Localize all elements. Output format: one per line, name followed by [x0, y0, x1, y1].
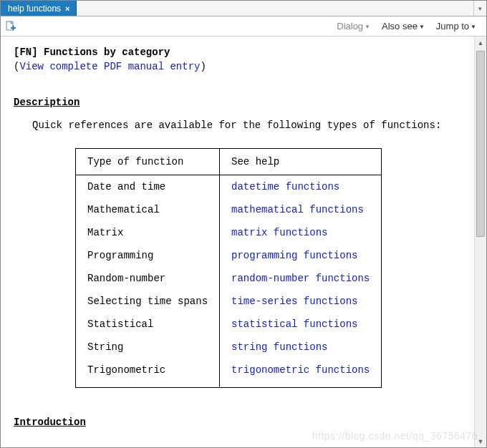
tab-overflow-dropdown[interactable]: ▾	[473, 1, 486, 16]
chevron-down-icon: ▼	[365, 24, 370, 30]
col-help-header: See help	[220, 149, 382, 175]
vertical-scrollbar[interactable]: ▲ ▼	[474, 36, 486, 447]
page-title: [FN] Functions by category	[14, 47, 461, 58]
pdf-link-line: (View complete PDF manual entry)	[14, 61, 461, 72]
cell-type: Random-number	[76, 267, 220, 290]
table-row: Selecting time spans time-series functio…	[76, 290, 382, 313]
table-row: Mathematical mathematical functions	[76, 198, 382, 221]
cell-type: Programming	[76, 244, 220, 267]
help-link[interactable]: programming functions	[231, 250, 357, 261]
table-row: Trigonometric trigonometric functions	[76, 359, 382, 388]
paren-close: )	[200, 61, 206, 72]
section-introduction: Introduction	[14, 417, 461, 428]
tab-label: help functions	[8, 4, 61, 14]
table-row: Statistical statistical functions	[76, 313, 382, 336]
toolbar: Dialog▼ Also see▼ Jump to▼	[1, 16, 486, 36]
menu-jump-to-label: Jump to	[436, 21, 469, 31]
table-row: String string functions	[76, 336, 382, 359]
help-link[interactable]: random-number functions	[231, 273, 370, 284]
help-link[interactable]: trigonometric functions	[231, 364, 370, 376]
new-viewer-icon[interactable]	[5, 21, 16, 32]
scroll-up-arrow[interactable]: ▲	[475, 36, 486, 49]
cell-type: Date and time	[76, 175, 220, 199]
chevron-down-icon: ▼	[471, 24, 476, 30]
scroll-thumb[interactable]	[476, 51, 485, 237]
cell-type: Mathematical	[76, 198, 220, 221]
cell-type: Matrix	[76, 221, 220, 244]
chevron-down-icon: ▼	[419, 24, 425, 30]
col-type-header: Type of function	[76, 149, 220, 175]
table-row: Matrix matrix functions	[76, 221, 382, 244]
help-link[interactable]: statistical functions	[231, 318, 357, 330]
fn-tag: [FN]	[14, 47, 38, 58]
svg-rect-2	[13, 25, 14, 30]
help-link[interactable]: matrix functions	[231, 227, 327, 238]
menu-jump-to[interactable]: Jump to▼	[430, 19, 482, 33]
tab-help-functions[interactable]: help functions ×	[1, 1, 77, 16]
viewport: [FN] Functions by category (View complet…	[1, 36, 486, 447]
table-row: Programming programming functions	[76, 244, 382, 267]
cell-type: Trigonometric	[76, 359, 220, 388]
close-icon[interactable]: ×	[65, 4, 69, 13]
menu-dialog[interactable]: Dialog▼	[331, 19, 376, 33]
pdf-link[interactable]: View complete PDF manual entry	[19, 61, 200, 72]
table-row: Date and time datetime functions	[76, 175, 382, 199]
table-header-row: Type of function See help	[76, 149, 382, 175]
help-link[interactable]: mathematical functions	[231, 204, 364, 215]
table-row: Random-number random-number functions	[76, 267, 382, 290]
help-link[interactable]: string functions	[231, 341, 327, 353]
cell-type: Selecting time spans	[76, 290, 220, 313]
cell-type: Statistical	[76, 313, 220, 336]
help-content: [FN] Functions by category (View complet…	[1, 36, 474, 447]
menu-also-see[interactable]: Also see▼	[376, 19, 430, 33]
tab-bar: help functions × ▾	[1, 1, 486, 16]
menu-dialog-label: Dialog	[337, 21, 363, 31]
fn-title: Functions by category	[44, 47, 170, 58]
scroll-down-arrow[interactable]: ▼	[475, 435, 486, 447]
cell-type: String	[76, 336, 220, 359]
functions-table: Type of function See help Date and time …	[75, 148, 382, 388]
section-description: Description	[14, 97, 461, 108]
menu-also-see-label: Also see	[382, 21, 418, 31]
quick-reference-text: Quick references are available for the f…	[32, 120, 461, 131]
help-link[interactable]: time-series functions	[231, 296, 357, 307]
help-link[interactable]: datetime functions	[231, 181, 339, 193]
